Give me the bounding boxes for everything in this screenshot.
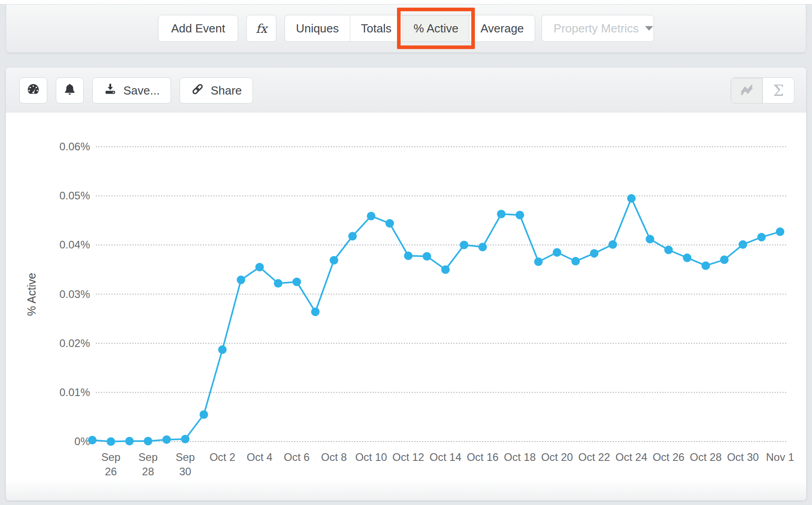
chart-area: 0%0.01%0.02%0.03%0.04%0.05%0.06%% Active…	[6, 113, 806, 500]
query-toolbar-panel: Add Event fx Uniques Totals % Active Ave…	[6, 5, 806, 53]
mixpanel-segmentation-page: { "toolbar_top": { "add_event_label": "A…	[0, 0, 812, 505]
svg-text:Sep26: Sep26	[101, 451, 121, 478]
sigma-icon: Σ	[773, 81, 784, 99]
link-icon	[191, 82, 211, 99]
svg-text:0.02%: 0.02%	[59, 337, 90, 349]
svg-text:Oct 26: Oct 26	[653, 451, 685, 463]
svg-text:Oct 12: Oct 12	[392, 451, 424, 463]
alerts-button[interactable]	[56, 77, 84, 104]
svg-text:Sep30: Sep30	[176, 451, 195, 478]
property-metrics-dropdown[interactable]: Property Metrics	[541, 15, 654, 42]
svg-text:Oct 14: Oct 14	[429, 451, 461, 463]
chart-type-toggle: Σ	[731, 77, 794, 104]
tab-totals[interactable]: Totals	[350, 15, 402, 41]
svg-text:0.06%: 0.06%	[59, 140, 90, 153]
query-toolbar: Add Event fx Uniques Totals % Active Ave…	[158, 15, 654, 42]
line-chart-toggle[interactable]	[731, 78, 762, 103]
chart-panel: Save... Share	[6, 68, 806, 500]
bell-icon	[63, 82, 77, 99]
save-button[interactable]: Save...	[92, 77, 171, 104]
svg-text:Oct 10: Oct 10	[355, 451, 387, 463]
metric-type-segmented-control: Uniques Totals % Active Average	[284, 15, 535, 42]
tab-uniques[interactable]: Uniques	[285, 15, 349, 41]
svg-text:Oct 30: Oct 30	[727, 451, 759, 463]
add-event-button[interactable]: Add Event	[158, 15, 238, 42]
svg-text:Oct 22: Oct 22	[578, 451, 610, 463]
svg-text:Oct 20: Oct 20	[541, 451, 573, 463]
tab-percent-active[interactable]: % Active	[402, 15, 469, 41]
svg-text:0.03%: 0.03%	[59, 288, 90, 300]
svg-text:0.01%: 0.01%	[59, 386, 90, 398]
svg-text:Oct 24: Oct 24	[615, 451, 647, 463]
svg-text:0%: 0%	[74, 435, 90, 447]
svg-text:Oct 8: Oct 8	[321, 451, 347, 463]
share-button[interactable]: Share	[180, 77, 253, 104]
save-button-label: Save...	[123, 84, 160, 98]
svg-text:Oct 4: Oct 4	[247, 451, 272, 463]
svg-text:Oct 16: Oct 16	[467, 451, 499, 463]
speedometer-icon	[26, 82, 41, 99]
chart-header-left-buttons: Save... Share	[19, 77, 262, 104]
top-window-strip	[0, 0, 812, 5]
svg-text:Oct 6: Oct 6	[284, 451, 310, 463]
svg-text:Oct 2: Oct 2	[209, 451, 235, 463]
formula-fx-button[interactable]: fx	[246, 15, 276, 42]
property-metrics-label: Property Metrics	[554, 22, 639, 36]
tab-percent-active-label: % Active	[414, 22, 459, 36]
sigma-totals-toggle[interactable]: Σ	[762, 78, 794, 103]
chevron-down-icon	[645, 26, 653, 31]
svg-text:Oct 28: Oct 28	[690, 451, 722, 463]
svg-text:% Active: % Active	[25, 273, 38, 316]
dashboard-button[interactable]	[19, 77, 47, 104]
tab-average[interactable]: Average	[469, 15, 534, 41]
line-chart-icon	[739, 81, 755, 99]
svg-text:Sep28: Sep28	[139, 451, 158, 478]
svg-text:Nov 1: Nov 1	[766, 451, 794, 463]
chart-header-toolbar: Save... Share	[6, 68, 806, 113]
download-icon	[104, 82, 123, 99]
svg-text:Oct 18: Oct 18	[504, 451, 536, 463]
activity-line-chart[interactable]: 0%0.01%0.02%0.03%0.04%0.05%0.06%% Active…	[6, 113, 806, 500]
svg-text:0.05%: 0.05%	[59, 189, 90, 202]
share-button-label: Share	[211, 84, 242, 98]
svg-text:0.04%: 0.04%	[59, 239, 90, 251]
